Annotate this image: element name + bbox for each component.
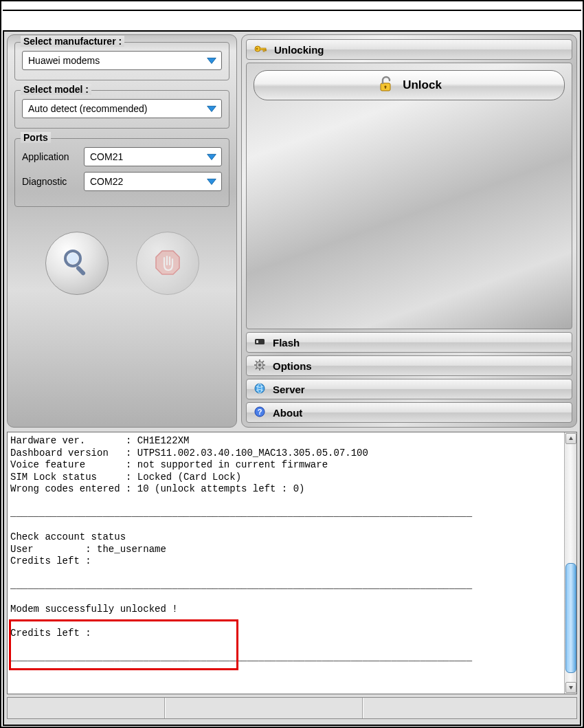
scroll-down-button[interactable] [565,682,576,693]
model-dropdown[interactable]: Auto detect (recommended) [22,99,222,118]
unlocking-header[interactable]: Unlocking [246,39,572,60]
model-label: Select model : [21,84,91,95]
ports-label: Ports [21,132,51,143]
manufacturer-group: Select manufacturer : Huawei modems [14,42,229,80]
flash-icon [254,335,266,350]
svg-rect-2 [75,265,86,276]
diagnostic-port-label: Diagnostic [22,176,78,187]
status-cell-1 [8,698,166,718]
scroll-thumb[interactable] [565,563,576,673]
chevron-down-icon [205,150,218,164]
stop-button [136,232,199,295]
key-icon [254,42,267,58]
manufacturer-label: Select manufacturer : [21,36,124,47]
stop-hand-icon [153,248,182,279]
diagnostic-port-dropdown[interactable]: COM22 [84,172,222,191]
options-header-label: Options [273,360,312,372]
svg-line-21 [262,367,265,369]
left-panel: Select manufacturer : Huawei modems Sele… [7,34,237,428]
svg-line-23 [256,367,258,369]
status-cell-2 [166,698,363,718]
globe-icon [254,382,266,397]
chevron-down-icon [205,175,218,188]
status-bar [7,697,577,719]
right-panel: Unlocking Unlock [241,34,577,428]
unlocking-panel-body: Unlock [246,63,572,329]
log-text[interactable]: Hardware ver. : CH1E122XM Dashboard vers… [8,432,564,694]
application-port-label: Application [22,151,78,162]
server-header[interactable]: Server [246,379,572,399]
flash-header[interactable]: Flash [246,332,572,353]
about-header-label: About [273,407,302,419]
svg-point-15 [258,364,261,366]
svg-rect-7 [263,49,265,52]
svg-line-22 [262,361,265,363]
about-header[interactable]: ? About [246,402,572,423]
svg-rect-8 [265,49,267,51]
svg-point-1 [67,253,78,264]
unlock-button[interactable]: Unlock [254,70,565,100]
svg-point-24 [255,384,265,393]
options-header[interactable]: Options [246,355,572,376]
search-button[interactable] [45,232,109,295]
chevron-down-icon [205,102,218,115]
svg-rect-13 [256,340,258,343]
log-scrollbar[interactable] [564,432,576,694]
application-port-value: COM21 [90,151,205,162]
gear-icon [254,359,266,373]
status-cell-3 [363,698,576,718]
model-value: Auto detect (recommended) [28,103,205,114]
log-area: Hardware ver. : CH1E122XM Dashboard vers… [7,432,577,694]
scroll-up-button[interactable] [565,433,576,444]
padlock-open-icon [377,75,394,96]
model-group: Select model : Auto detect (recommended) [14,90,229,129]
flash-header-label: Flash [273,337,300,349]
svg-point-5 [256,47,258,49]
diagnostic-port-value: COM22 [90,176,205,187]
ports-group: Ports Application COM21 Diagnostic [14,138,229,207]
server-header-label: Server [273,384,305,395]
manufacturer-value: Huawei modems [28,55,205,66]
manufacturer-dropdown[interactable]: Huawei modems [22,51,222,70]
application-port-dropdown[interactable]: COM21 [84,147,222,166]
svg-rect-6 [260,48,266,50]
svg-line-20 [256,361,258,363]
unlock-button-label: Unlock [403,78,442,92]
chevron-down-icon [205,54,218,67]
svg-text:?: ? [258,408,262,416]
unlocking-header-label: Unlocking [274,44,324,56]
svg-rect-11 [385,87,386,89]
help-icon: ? [254,406,266,420]
magnifier-icon [60,246,93,281]
